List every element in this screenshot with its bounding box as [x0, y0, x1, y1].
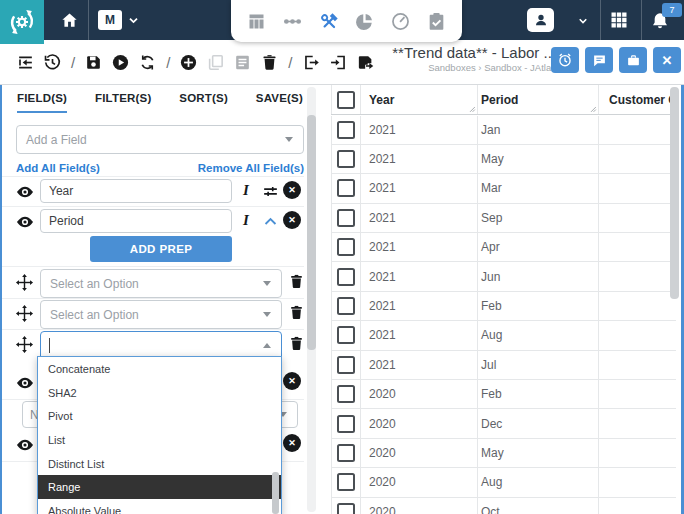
table-scrollbar[interactable] [670, 87, 679, 512]
refresh-button[interactable] [138, 53, 157, 72]
field-name-input[interactable] [40, 179, 232, 203]
panel-scrollbar[interactable] [307, 87, 316, 512]
notification-badge: 7 [662, 3, 682, 17]
user-avatar-button[interactable] [527, 8, 554, 32]
row-checkbox[interactable] [337, 297, 355, 315]
row-checkbox[interactable] [337, 356, 355, 374]
field-settings-button[interactable] [261, 182, 280, 201]
prep-option-select[interactable]: Select an Option [40, 300, 282, 329]
row-checkbox[interactable] [337, 473, 355, 491]
dropdown-scrollbar[interactable] [272, 472, 279, 514]
clipboard-check-icon [426, 11, 447, 32]
header-period[interactable]: Period [477, 85, 598, 114]
remove-field-button[interactable]: ✕ [283, 372, 301, 390]
workspace-label: M [105, 13, 115, 27]
gauge-view-button[interactable] [390, 11, 411, 32]
save-button[interactable] [84, 53, 103, 72]
remove-field-button[interactable]: ✕ [283, 181, 301, 199]
remove-field-button[interactable]: ✕ [283, 434, 301, 452]
prep-option-select[interactable]: Select an Option [40, 269, 282, 298]
header-customer[interactable]: Customer Co [598, 85, 676, 114]
row-checkbox[interactable] [337, 444, 355, 462]
dropdown-option[interactable]: Absolute Value [38, 499, 281, 514]
visibility-button[interactable] [15, 212, 35, 232]
collapse-prep-button[interactable] [262, 213, 279, 230]
pie-view-button[interactable] [354, 11, 375, 32]
run-button[interactable] [111, 53, 130, 72]
delete-prep-button[interactable] [288, 272, 305, 292]
cell-customer [598, 233, 676, 261]
row-checkbox[interactable] [337, 503, 355, 514]
field-name-input[interactable] [40, 209, 232, 233]
user-menu-chevron-icon[interactable] [577, 15, 589, 27]
dropdown-option[interactable]: SHA2 [38, 381, 281, 405]
comments-button[interactable] [585, 47, 613, 73]
header-year[interactable]: Year [360, 85, 477, 114]
remove-field-button[interactable]: ✕ [283, 211, 301, 229]
column-resize-icon[interactable] [465, 102, 476, 113]
dropdown-option[interactable]: Range [38, 475, 281, 499]
panel-tab[interactable]: SAVE(S) [256, 92, 303, 113]
panel-scrollbar-thumb[interactable] [307, 115, 316, 350]
cell-year: 2021 [360, 321, 477, 349]
panel-tab[interactable]: FILTER(S) [95, 92, 152, 113]
add-field-select[interactable]: Add a Field [16, 125, 304, 154]
outline-button[interactable] [16, 53, 35, 72]
table-scrollbar-thumb[interactable] [670, 87, 679, 299]
home-button[interactable] [54, 0, 84, 40]
italic-format-button[interactable]: I [243, 181, 249, 201]
dropdown-option[interactable]: List [38, 428, 281, 452]
panel-tab[interactable]: FIELD(S) [17, 92, 67, 113]
dropdown-option[interactable]: Concatenate [38, 357, 281, 381]
row-checkbox[interactable] [337, 385, 355, 403]
workspace-button[interactable]: M [98, 10, 122, 30]
flow-view-button[interactable] [282, 11, 303, 32]
add-prep-button[interactable]: ADD PREP [90, 236, 232, 262]
column-resize-icon[interactable] [586, 102, 597, 113]
table-row: 2020 Aug [331, 468, 676, 497]
breadcrumb-sandboxes[interactable]: Sandboxes [428, 62, 476, 73]
row-checkbox[interactable] [337, 415, 355, 433]
close-button[interactable]: ✕ [653, 47, 681, 73]
row-checkbox[interactable] [337, 121, 355, 139]
drag-handle[interactable] [15, 304, 34, 323]
bulk-field-links: Add All Field(s) Remove All Field(s) [16, 162, 304, 174]
panel-tab[interactable]: SORT(S) [179, 92, 228, 113]
visibility-button[interactable] [15, 182, 35, 202]
table-view-button[interactable] [246, 11, 267, 32]
text-cursor [49, 338, 50, 353]
add-all-fields-link[interactable]: Add All Field(s) [16, 162, 100, 174]
schedule-button[interactable] [551, 47, 579, 73]
italic-format-button[interactable]: I [243, 211, 249, 231]
delete-prep-button[interactable] [288, 334, 305, 354]
apps-grid-button[interactable] [609, 10, 629, 30]
row-checkbox[interactable] [337, 326, 355, 344]
app-logo[interactable] [0, 0, 44, 44]
row-checkbox-cell [331, 321, 360, 349]
tasks-view-button[interactable] [426, 11, 447, 32]
row-checkbox[interactable] [337, 268, 355, 286]
trash-icon [288, 303, 305, 322]
select-all-checkbox[interactable] [337, 91, 355, 109]
cell-customer [598, 498, 676, 514]
remove-all-fields-link[interactable]: Remove All Field(s) [198, 162, 304, 174]
row-checkbox[interactable] [337, 209, 355, 227]
tools-view-button[interactable] [318, 11, 339, 32]
delete-prep-button[interactable] [288, 303, 305, 323]
visibility-button[interactable] [15, 373, 35, 393]
row-checkbox[interactable] [337, 150, 355, 168]
add-button[interactable] [179, 53, 198, 72]
close-icon: ✕ [288, 376, 296, 386]
row-checkbox[interactable] [337, 179, 355, 197]
briefcase-button[interactable] [619, 47, 647, 73]
dropdown-option[interactable]: Pivot [38, 404, 281, 428]
cell-period: Feb [477, 380, 598, 408]
dropdown-option[interactable]: Distinct List [38, 452, 281, 476]
drag-handle[interactable] [15, 335, 34, 354]
row-checkbox[interactable] [337, 238, 355, 256]
delete-button[interactable] [260, 53, 279, 72]
drag-handle[interactable] [15, 273, 34, 292]
history-button[interactable] [43, 53, 62, 72]
chevron-down-icon[interactable] [127, 14, 140, 27]
visibility-button[interactable] [15, 435, 35, 455]
